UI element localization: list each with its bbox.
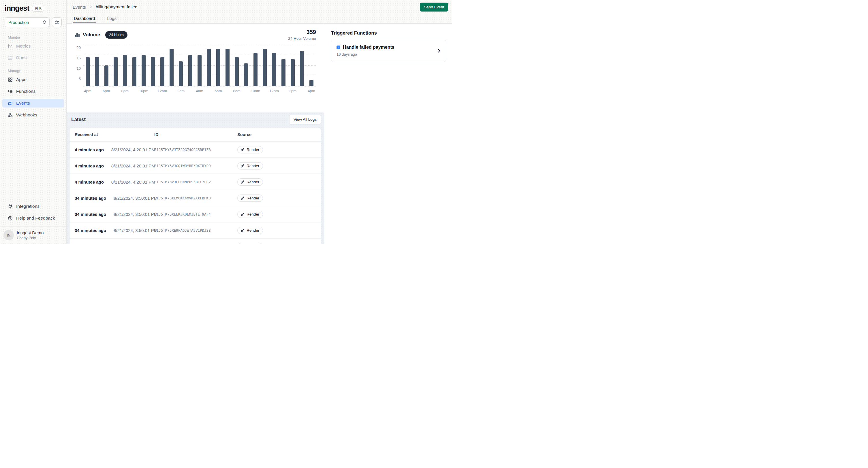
source-button[interactable]: Render bbox=[237, 243, 263, 244]
tab-bar: Dashboard Logs bbox=[67, 14, 452, 24]
sidebar-item-runs[interactable]: Runs bbox=[2, 54, 64, 62]
bar-slot bbox=[185, 45, 195, 86]
environment-selector[interactable]: Production bbox=[5, 17, 50, 27]
received-at-cell: 4 minutes ago 8/21/2024, 4:20:01 PM bbox=[75, 179, 154, 185]
x-axis-tick bbox=[92, 89, 101, 93]
source-button[interactable]: Render bbox=[237, 195, 263, 202]
x-axis-tick: 12pm bbox=[269, 89, 279, 93]
chevron-up-down-icon bbox=[42, 20, 46, 25]
bar-slot bbox=[213, 45, 223, 86]
breadcrumb-events[interactable]: Events bbox=[73, 5, 86, 9]
sidebar-item-metrics[interactable]: Metrics bbox=[2, 42, 64, 51]
bar-4am bbox=[197, 55, 202, 86]
sidebar-item-label: Functions bbox=[16, 89, 35, 94]
source-button[interactable]: Render bbox=[237, 227, 263, 234]
key-icon bbox=[241, 212, 245, 216]
bar-chart-icon bbox=[74, 32, 80, 37]
source-button[interactable]: Render bbox=[237, 211, 263, 218]
received-timestamp: 8/21/2024, 4:20:01 PM bbox=[111, 147, 155, 152]
sidebar-item-label: Integrations bbox=[16, 204, 39, 209]
x-axis-tick: 4pm bbox=[307, 89, 316, 93]
volume-total-label: 24 Hour Volume bbox=[288, 36, 316, 41]
source-cell: Render bbox=[237, 227, 263, 234]
received-timestamp: 8/21/2024, 3:50:01 PM bbox=[114, 228, 157, 233]
command-icon: ⌘ bbox=[35, 6, 38, 10]
app-window: inngest ⌘K Production Monitor Metrics Ru… bbox=[0, 0, 452, 244]
bars bbox=[83, 45, 316, 86]
table-row[interactable]: 34 minutes ago 8/21/2024, 3:50:01 PM 01J… bbox=[69, 222, 321, 238]
bar-slot bbox=[251, 45, 260, 86]
received-relative: 34 minutes ago bbox=[75, 212, 106, 217]
event-id: 01J5TMY3VJTZ2QG74QCC5RP1Z8 bbox=[154, 147, 237, 152]
table-header: Received at ID Source bbox=[69, 128, 321, 141]
table-row[interactable]: 4 minutes ago 8/21/2024, 4:20:01 PM 01J5… bbox=[69, 141, 321, 157]
table-row[interactable]: 4 minutes ago 8/21/2024, 4:20:01 PM 01J5… bbox=[69, 173, 321, 190]
bar-slot bbox=[102, 45, 111, 86]
x-axis-tick bbox=[241, 89, 251, 93]
user-menu[interactable]: IN Inngest Demo Charly Poly bbox=[0, 227, 66, 244]
bar-slot bbox=[92, 45, 101, 86]
sidebar-item-webhooks[interactable]: Webhooks bbox=[2, 111, 64, 119]
sidebar-item-label: Metrics bbox=[16, 43, 31, 49]
source-label: Render bbox=[247, 196, 259, 200]
bar-slot bbox=[241, 45, 251, 86]
sidebar-item-events[interactable]: Events bbox=[2, 99, 64, 107]
tab-dashboard[interactable]: Dashboard bbox=[73, 14, 96, 23]
bar-slot bbox=[288, 45, 297, 86]
received-timestamp: 8/21/2024, 4:20:01 PM bbox=[111, 163, 155, 168]
source-button[interactable]: Render bbox=[237, 178, 263, 186]
received-at-cell: 34 minutes ago 8/21/2024, 3:50:01 PM bbox=[75, 212, 154, 217]
event-id: 01J5TMY3VJFE0NNP0S3BTE7FC2 bbox=[154, 180, 237, 184]
y-axis-tick: 5 bbox=[74, 77, 81, 81]
sidebar-item-integrations[interactable]: Integrations bbox=[2, 202, 64, 211]
table-row[interactable]: 34 minutes ago 8/21/2024, 3:50:01 PM 01J… bbox=[69, 190, 321, 206]
sidebar-item-functions[interactable]: Functions bbox=[2, 87, 64, 96]
latest-section: Latest View All Logs Received at ID Sour… bbox=[67, 112, 324, 244]
view-all-logs-button[interactable]: View All Logs bbox=[289, 115, 321, 124]
sidebar-item-help[interactable]: Help and Feedback bbox=[2, 214, 64, 223]
sidebar-item-apps[interactable]: Apps bbox=[2, 75, 64, 84]
received-at-cell: 34 minutes ago 8/21/2024, 3:50:01 PM bbox=[75, 196, 154, 201]
send-event-button[interactable]: Send Event bbox=[420, 3, 448, 11]
source-label: Render bbox=[247, 212, 259, 216]
bar-5am bbox=[207, 49, 211, 86]
source-button[interactable]: Render bbox=[237, 146, 263, 153]
time-range-badge[interactable]: 24 Hours bbox=[105, 31, 127, 39]
bar-slot bbox=[83, 45, 92, 86]
x-axis-tick bbox=[223, 89, 232, 93]
environment-selected-label: Production bbox=[8, 20, 42, 25]
x-axis-tick: 6pm bbox=[102, 89, 111, 93]
environment-settings-button[interactable] bbox=[52, 17, 62, 27]
bar-9pm bbox=[132, 57, 136, 86]
page-title: billing/payment.failed bbox=[96, 4, 137, 9]
table-row[interactable]: 44 minutes ago 8/21/2024, 3:40:01 PM 01J… bbox=[69, 238, 321, 244]
source-button[interactable]: Render bbox=[237, 162, 263, 169]
command-palette-shortcut[interactable]: ⌘K bbox=[32, 5, 44, 11]
column-received-at: Received at bbox=[75, 132, 154, 137]
table-row[interactable]: 34 minutes ago 8/21/2024, 3:50:01 PM 01J… bbox=[69, 206, 321, 222]
top-bar: Events billing/payment.failed Send Event bbox=[67, 0, 452, 14]
key-icon bbox=[241, 180, 245, 184]
volume-section: Volume 24 Hours 359 24 Hour Volume 20151… bbox=[67, 24, 324, 112]
source-label: Render bbox=[247, 228, 259, 233]
volume-title: Volume bbox=[83, 32, 100, 38]
x-axis-tick bbox=[260, 89, 269, 93]
source-cell: Render bbox=[237, 146, 263, 153]
bar-slot bbox=[232, 45, 241, 86]
bar-4pm bbox=[309, 80, 313, 86]
bar-slot bbox=[120, 45, 129, 86]
bar-slot bbox=[223, 45, 232, 86]
tab-logs[interactable]: Logs bbox=[106, 14, 118, 23]
breadcrumb-chevron-icon bbox=[89, 5, 93, 9]
source-label: Render bbox=[247, 180, 259, 184]
x-axis-tick bbox=[204, 89, 213, 93]
table-row[interactable]: 4 minutes ago 8/21/2024, 4:20:01 PM 01J5… bbox=[69, 157, 321, 173]
x-axis-tick bbox=[297, 89, 307, 93]
gridline bbox=[83, 86, 316, 87]
bar-slot bbox=[297, 45, 307, 86]
received-relative: 4 minutes ago bbox=[75, 163, 104, 168]
bar-8am bbox=[235, 57, 239, 86]
function-card[interactable]: ‹› Handle failed payments 16 days ago bbox=[331, 40, 446, 62]
events-icon bbox=[8, 101, 13, 106]
bar-1pm bbox=[281, 59, 285, 86]
